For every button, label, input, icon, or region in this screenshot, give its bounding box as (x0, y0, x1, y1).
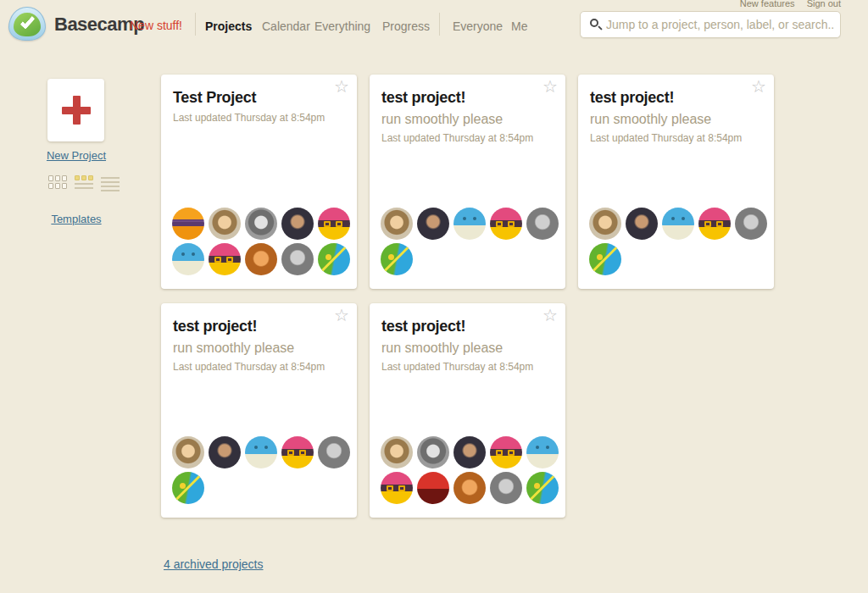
project-updated: Last updated Thursday at 8:54pm (381, 361, 554, 373)
avatar-group (381, 208, 560, 275)
avatar-photo-gray (735, 208, 767, 240)
avatar-case-pink (318, 208, 350, 240)
avatar-photo-gray (490, 472, 522, 504)
star-icon[interactable]: ☆ (334, 307, 349, 324)
avatar-case-pink (281, 436, 314, 468)
avatar-photo-bw (417, 436, 449, 468)
grid-list-view-icon[interactable] (75, 175, 93, 189)
avatar-case-pink (490, 208, 522, 240)
avatar-smiley-blue (172, 243, 204, 275)
project-title: test project! (381, 89, 554, 107)
avatar-photo-curly (381, 436, 413, 468)
new-project-card[interactable] (47, 79, 104, 141)
list-view-icon[interactable] (101, 175, 120, 191)
avatar-robot-orange (172, 208, 204, 240)
project-subtitle: run smoothly please (381, 112, 554, 127)
avatar-photo-dark (209, 436, 241, 468)
project-card[interactable]: ☆ test project! run smoothly please Last… (161, 303, 357, 518)
avatar-smiley-blue (526, 436, 559, 468)
project-card[interactable]: ☆ test project! run smoothly please Last… (370, 303, 565, 518)
search-box (580, 11, 841, 38)
avatar-photo-gray (318, 436, 350, 468)
avatar-pingpong-green (589, 243, 621, 275)
avatar-pingpong-green (172, 472, 204, 504)
avatar-photo-dark (626, 208, 658, 240)
avatar-case-pink (381, 472, 413, 504)
project-title: test project! (173, 318, 345, 335)
avatar-photo-curly (209, 208, 241, 240)
account-links: New features Sign out (740, 0, 841, 8)
grid-view-icon[interactable] (48, 175, 67, 189)
star-icon[interactable]: ☆ (542, 78, 558, 95)
project-subtitle: run smoothly please (173, 341, 345, 356)
project-subtitle: run smoothly please (381, 341, 554, 356)
nav-item-me[interactable]: Me (511, 19, 527, 33)
avatar-case-pink (698, 208, 731, 240)
avatar-pingpong-green (526, 472, 559, 504)
avatar-photo-dark (281, 208, 314, 240)
plus-icon (62, 96, 91, 125)
avatar-photo-bw (245, 208, 277, 240)
project-card[interactable]: ☆ Test Project Last updated Thursday at … (161, 75, 357, 289)
nav-item-calendar[interactable]: Calendar (262, 19, 310, 33)
nav-divider (195, 13, 196, 36)
avatar-group (381, 436, 560, 504)
project-title: test project! (381, 318, 554, 335)
star-icon[interactable]: ☆ (542, 307, 558, 324)
project-card[interactable]: ☆ test project! run smoothly please Last… (370, 75, 565, 289)
avatar-photo-gray (281, 243, 314, 275)
basecamp-logo-icon[interactable] (8, 7, 46, 41)
nav-divider (439, 13, 440, 36)
project-updated: Last updated Thursday at 8:54pm (381, 132, 554, 144)
avatar-pingpong-green (318, 243, 350, 275)
project-title: test project! (590, 89, 762, 107)
project-updated: Last updated Thursday at 8:54pm (590, 132, 762, 144)
avatar-smiley-blue (453, 208, 486, 240)
avatar-pingpong-green (381, 243, 413, 275)
avatar-photo-curly (381, 208, 413, 240)
new-stuff-link[interactable]: New stuff! (130, 19, 182, 32)
nav-item-everyone[interactable]: Everyone (453, 19, 503, 33)
avatar-case-pink (490, 436, 522, 468)
view-switcher (48, 175, 120, 191)
projects-grid: ☆ Test Project Last updated Thursday at … (161, 75, 774, 518)
avatar-photo-curly (589, 208, 621, 240)
project-title: Test Project (173, 89, 345, 107)
nav-item-progress[interactable]: Progress (382, 19, 430, 33)
project-card[interactable]: ☆ test project! run smoothly please Last… (578, 75, 774, 289)
avatar-case-pink (209, 243, 241, 275)
avatar-photo-gray (526, 208, 559, 240)
new-project-link[interactable]: New Project (17, 149, 136, 162)
avatar-group (172, 436, 352, 504)
avatar-photo-orange (245, 243, 277, 275)
search-icon (590, 19, 598, 27)
avatar-photo-dark (453, 436, 486, 468)
avatar-smiley-blue (245, 436, 277, 468)
project-updated: Last updated Thursday at 8:54pm (173, 112, 345, 124)
new-features-link[interactable]: New features (740, 0, 795, 8)
templates-link[interactable]: Templates (17, 213, 136, 225)
avatar-group (172, 208, 352, 275)
star-icon[interactable]: ☆ (334, 78, 349, 95)
sign-out-link[interactable]: Sign out (807, 0, 841, 8)
star-icon[interactable]: ☆ (751, 78, 766, 95)
project-updated: Last updated Thursday at 8:54pm (173, 361, 345, 373)
avatar-group (589, 208, 769, 275)
project-subtitle: run smoothly please (590, 112, 762, 127)
avatar-photo-orange (453, 472, 486, 504)
search-input[interactable] (606, 12, 835, 37)
avatar-smiley-blue (662, 208, 694, 240)
avatar-photo-dark (417, 208, 449, 240)
nav-item-projects[interactable]: Projects (205, 19, 252, 33)
archived-projects-link[interactable]: 4 archived projects (164, 557, 264, 571)
avatar-photo-curly (172, 436, 204, 468)
nav-item-everything[interactable]: Everything (314, 19, 370, 33)
avatar-mouth-red (417, 472, 449, 504)
